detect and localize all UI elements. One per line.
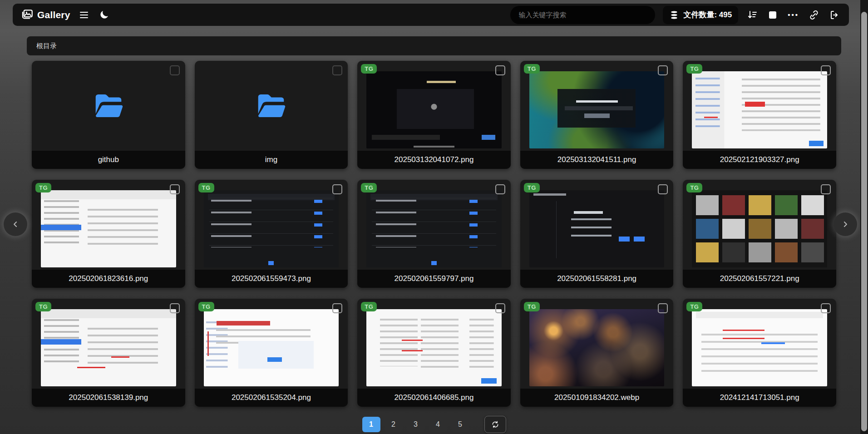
file-count-label: 文件数量: 495: [683, 10, 732, 20]
search-input[interactable]: [510, 6, 655, 24]
select-checkbox[interactable]: [332, 184, 342, 194]
select-checkbox[interactable]: [821, 184, 831, 194]
file-name: 202502061406685.png: [357, 389, 511, 407]
refresh-icon: [491, 420, 499, 429]
select-mode-button[interactable]: [766, 9, 779, 21]
select-checkbox[interactable]: [821, 303, 831, 313]
chain-link-icon: [809, 10, 819, 20]
page-button-4[interactable]: 4: [429, 417, 447, 432]
storage-badge: TG: [361, 302, 377, 311]
scrollbar-thumb[interactable]: [861, 12, 867, 431]
image-card[interactable]: TG 202502061557221.png: [683, 180, 836, 288]
storage-badge: TG: [686, 183, 702, 192]
select-checkbox[interactable]: [658, 303, 668, 313]
storage-badge: TG: [198, 302, 214, 311]
file-name: 202502061823616.png: [32, 270, 185, 288]
image-thumbnail[interactable]: [366, 309, 502, 386]
page-button-3[interactable]: 3: [407, 417, 425, 432]
logout-button[interactable]: [828, 9, 841, 21]
storage-badge: TG: [524, 64, 540, 74]
select-checkbox[interactable]: [495, 184, 505, 194]
menu-button[interactable]: [78, 9, 90, 21]
image-thumbnail[interactable]: [692, 190, 827, 267]
image-thumbnail[interactable]: [366, 190, 502, 267]
storage-badge: TG: [524, 183, 540, 192]
file-name: 202503132041072.png: [357, 151, 511, 169]
database-icon: [669, 10, 679, 20]
top-bar: Gallery 文件数量: 495: [13, 4, 849, 26]
image-card[interactable]: TG 202502061538139.png: [32, 299, 185, 407]
file-name: 202502061559473.png: [195, 270, 348, 288]
select-checkbox[interactable]: [170, 65, 180, 75]
file-name: 202502061559797.png: [357, 270, 511, 288]
storage-badge: TG: [361, 183, 377, 192]
breadcrumb-root[interactable]: 根目录: [36, 42, 57, 50]
image-thumbnail[interactable]: [529, 71, 665, 148]
select-checkbox[interactable]: [495, 303, 505, 313]
image-card[interactable]: TG 202502121903327.png: [683, 61, 836, 169]
image-card[interactable]: TG 202501091834202.webp: [520, 299, 674, 407]
image-thumbnail[interactable]: [366, 71, 502, 148]
file-name: 202502121903327.png: [683, 151, 836, 169]
image-card[interactable]: TG 202503132041511.png: [520, 61, 674, 169]
moon-icon: [99, 10, 109, 20]
app-logo[interactable]: Gallery: [21, 9, 70, 21]
gallery-images-icon: [21, 9, 33, 21]
storage-badge: TG: [686, 302, 702, 311]
image-card[interactable]: TG 202502061559797.png: [357, 180, 511, 288]
file-name: 202503132041511.png: [520, 151, 674, 169]
image-thumbnail[interactable]: [529, 309, 665, 386]
folder-icon: [32, 61, 185, 151]
image-card[interactable]: TG 202502061823616.png: [32, 180, 185, 288]
image-thumbnail[interactable]: [529, 190, 665, 267]
sort-descending-icon: [747, 10, 758, 20]
file-name: 202502061538139.png: [32, 389, 185, 407]
sort-button[interactable]: [746, 9, 759, 21]
image-thumbnail[interactable]: [204, 309, 339, 386]
image-thumbnail[interactable]: [204, 190, 339, 267]
select-checkbox[interactable]: [332, 65, 342, 75]
more-options-button[interactable]: •••: [787, 10, 800, 20]
theme-toggle-button[interactable]: [98, 9, 110, 21]
select-checkbox[interactable]: [658, 65, 668, 75]
image-thumbnail[interactable]: [692, 309, 827, 386]
image-thumbnail[interactable]: [41, 309, 176, 386]
select-checkbox[interactable]: [332, 303, 342, 313]
storage-badge: TG: [361, 64, 377, 74]
image-thumbnail[interactable]: [41, 190, 176, 267]
app-title: Gallery: [37, 10, 70, 20]
image-card[interactable]: TG 202502061559473.png: [195, 180, 348, 288]
image-card[interactable]: TG 202502061558281.png: [520, 180, 674, 288]
select-checkbox[interactable]: [170, 184, 180, 194]
select-checkbox[interactable]: [170, 303, 180, 313]
file-name: 202501091834202.webp: [520, 389, 674, 407]
select-checkbox[interactable]: [821, 65, 831, 75]
copy-link-button[interactable]: [808, 9, 820, 21]
refresh-button[interactable]: [484, 416, 506, 433]
chevron-right-icon: [841, 220, 850, 229]
select-checkbox[interactable]: [658, 184, 668, 194]
folder-card[interactable]: github: [32, 61, 185, 169]
file-name: 202412141713051.png: [683, 389, 836, 407]
image-card[interactable]: TG 202502061406685.png: [357, 299, 511, 407]
next-page-button[interactable]: [833, 212, 857, 236]
sign-out-icon: [829, 10, 840, 20]
image-card[interactable]: TG 202502061535204.png: [195, 299, 348, 407]
select-checkbox[interactable]: [495, 65, 505, 75]
storage-badge: TG: [686, 64, 702, 74]
page-button-2[interactable]: 2: [385, 417, 403, 432]
storage-badge: TG: [35, 183, 51, 192]
folder-card[interactable]: img: [195, 61, 348, 169]
square-icon: [767, 10, 778, 20]
previous-page-button[interactable]: [4, 212, 27, 236]
page-button-1[interactable]: 1: [362, 417, 380, 432]
file-name: 202502061558281.png: [520, 270, 674, 288]
storage-badge: TG: [198, 183, 214, 192]
storage-badge: TG: [524, 302, 540, 311]
image-thumbnail[interactable]: [692, 71, 827, 148]
image-card[interactable]: TG 202503132041072.png: [357, 61, 511, 169]
image-card[interactable]: TG 202412141713051.png: [683, 299, 836, 407]
ellipsis-icon: •••: [788, 11, 799, 19]
page-button-5[interactable]: 5: [451, 417, 469, 432]
breadcrumb-bar: 根目录: [27, 36, 841, 55]
